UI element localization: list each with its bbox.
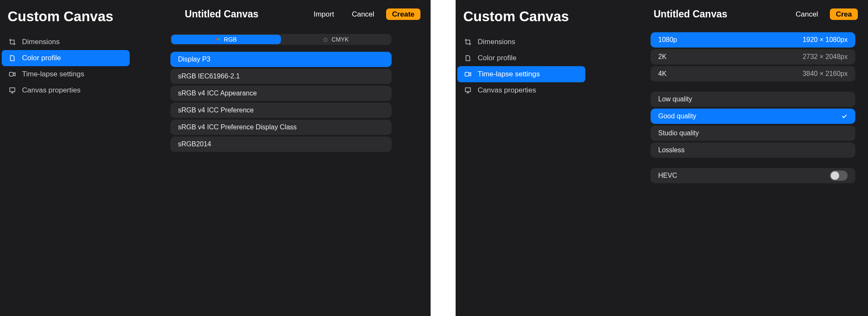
sidebar-item-label: Color profile xyxy=(478,54,517,62)
sidebar-item-canvas-properties[interactable]: Canvas properties xyxy=(2,82,130,98)
cancel-button[interactable]: Cancel xyxy=(790,8,824,20)
quality-option[interactable]: Good quality xyxy=(651,109,855,124)
quality-list: Low quality Good quality Studio quality … xyxy=(651,92,855,158)
check-icon xyxy=(841,113,848,120)
quality-label: Low quality xyxy=(658,95,692,103)
canvas-icon xyxy=(8,87,16,94)
cancel-button[interactable]: Cancel xyxy=(346,8,380,20)
resolution-size: 1920 × 1080px xyxy=(803,36,848,44)
sidebar-item-dimensions[interactable]: Dimensions xyxy=(457,34,585,50)
resolution-name: 1080p xyxy=(658,36,677,44)
sidebar-item-label: Canvas properties xyxy=(22,86,81,95)
profile-option[interactable]: sRGB v4 ICC Preference xyxy=(170,103,392,118)
svg-rect-0 xyxy=(9,73,13,76)
resolution-name: 2K xyxy=(658,53,667,61)
palette-icon xyxy=(8,54,16,62)
header: Untitled Canvas Import Cancel Create xyxy=(131,0,431,20)
screenshot-color-profile: Custom Canvas Dimensions Color profile T… xyxy=(0,0,431,316)
video-icon xyxy=(464,70,472,78)
crop-icon xyxy=(8,38,16,46)
header: Untitled Canvas Cancel Crea xyxy=(587,0,868,20)
quality-option[interactable]: Lossless xyxy=(651,143,855,158)
sidebar: Custom Canvas Dimensions Color profile T… xyxy=(0,0,131,316)
quality-label: Lossless xyxy=(658,146,684,154)
page-title: Untitled Canvas xyxy=(142,8,302,20)
profile-label: sRGB IEC61966-2.1 xyxy=(178,73,240,80)
resolution-option[interactable]: 1080p 1920 × 1080px xyxy=(651,32,855,48)
hevc-switch[interactable] xyxy=(830,171,848,181)
sidebar-item-label: Time-lapse settings xyxy=(22,70,84,78)
resolution-name: 4K xyxy=(658,70,667,78)
hevc-row: HEVC xyxy=(651,168,855,183)
resolution-size: 2732 × 2048px xyxy=(803,53,848,61)
seg-rgb[interactable]: RGB xyxy=(171,35,281,44)
color-profile-list: Display P3 sRGB IEC61966-2.1 sRGB v4 ICC… xyxy=(170,52,392,152)
quality-option[interactable]: Studio quality xyxy=(651,126,855,141)
app-title: Custom Canvas xyxy=(0,6,131,34)
create-button[interactable]: Create xyxy=(386,8,420,20)
svg-rect-6 xyxy=(465,73,469,76)
profile-option[interactable]: sRGB v4 ICC Preference Display Class xyxy=(170,120,392,135)
profile-label: sRGB v4 ICC Preference xyxy=(178,106,254,114)
video-icon xyxy=(8,70,16,78)
resolution-list: 1080p 1920 × 1080px 2K 2732 × 2048px 4K … xyxy=(651,32,855,81)
sidebar-item-timelapse[interactable]: Time-lapse settings xyxy=(2,66,130,82)
profile-label: sRGB2014 xyxy=(178,140,211,148)
sidebar-item-label: Dimensions xyxy=(478,38,515,46)
seg-label: RGB xyxy=(224,36,236,43)
svg-point-4 xyxy=(217,39,219,42)
svg-rect-7 xyxy=(465,88,470,92)
create-button[interactable]: Crea xyxy=(830,8,858,20)
svg-rect-1 xyxy=(10,88,15,92)
profile-label: sRGB v4 ICC Preference Display Class xyxy=(178,123,297,131)
sidebar-item-color-profile[interactable]: Color profile xyxy=(2,50,130,66)
import-button[interactable]: Import xyxy=(308,8,340,20)
sidebar: Custom Canvas Dimensions Color profile T… xyxy=(456,0,587,316)
sidebar-item-dimensions[interactable]: Dimensions xyxy=(2,34,130,50)
profile-option[interactable]: Display P3 xyxy=(170,52,392,67)
resolution-option[interactable]: 4K 3840 × 2160px xyxy=(651,66,855,81)
main-panel: 1080p 1920 × 1080px 2K 2732 × 2048px 4K … xyxy=(587,31,868,316)
main-panel: RGB CMYK Display P3 sRGB IEC61966-2.1 sR… xyxy=(131,31,431,316)
quality-label: Studio quality xyxy=(658,129,699,137)
sidebar-item-label: Time-lapse settings xyxy=(478,70,540,78)
sidebar-item-label: Canvas properties xyxy=(478,86,536,95)
sidebar-item-label: Dimensions xyxy=(22,38,60,46)
resolution-option[interactable]: 2K 2732 × 2048px xyxy=(651,49,855,64)
canvas-icon xyxy=(464,87,472,94)
rgb-icon xyxy=(215,37,220,42)
quality-option[interactable]: Low quality xyxy=(651,92,855,107)
toggle-label: HEVC xyxy=(658,172,677,179)
sidebar-item-label: Color profile xyxy=(22,54,61,62)
screenshot-timelapse: Custom Canvas Dimensions Color profile T… xyxy=(456,0,868,316)
page-title: Untitled Canvas xyxy=(597,8,784,20)
app-title: Custom Canvas xyxy=(456,6,587,34)
svg-point-5 xyxy=(324,38,327,42)
crop-icon xyxy=(464,38,472,46)
seg-label: CMYK xyxy=(331,36,348,43)
color-mode-segment: RGB CMYK xyxy=(170,34,392,45)
seg-cmyk[interactable]: CMYK xyxy=(281,35,391,44)
profile-label: Display P3 xyxy=(178,56,210,63)
cmyk-icon xyxy=(323,37,328,42)
profile-option[interactable]: sRGB2014 xyxy=(170,137,392,152)
profile-option[interactable]: sRGB v4 ICC Appearance xyxy=(170,86,392,101)
sidebar-item-canvas-properties[interactable]: Canvas properties xyxy=(457,82,585,98)
palette-icon xyxy=(464,54,472,62)
profile-option[interactable]: sRGB IEC61966-2.1 xyxy=(170,69,392,84)
profile-label: sRGB v4 ICC Appearance xyxy=(178,89,257,97)
quality-label: Good quality xyxy=(658,112,696,120)
sidebar-item-timelapse[interactable]: Time-lapse settings xyxy=(457,66,585,82)
sidebar-item-color-profile[interactable]: Color profile xyxy=(457,50,585,66)
resolution-size: 3840 × 2160px xyxy=(803,70,848,78)
